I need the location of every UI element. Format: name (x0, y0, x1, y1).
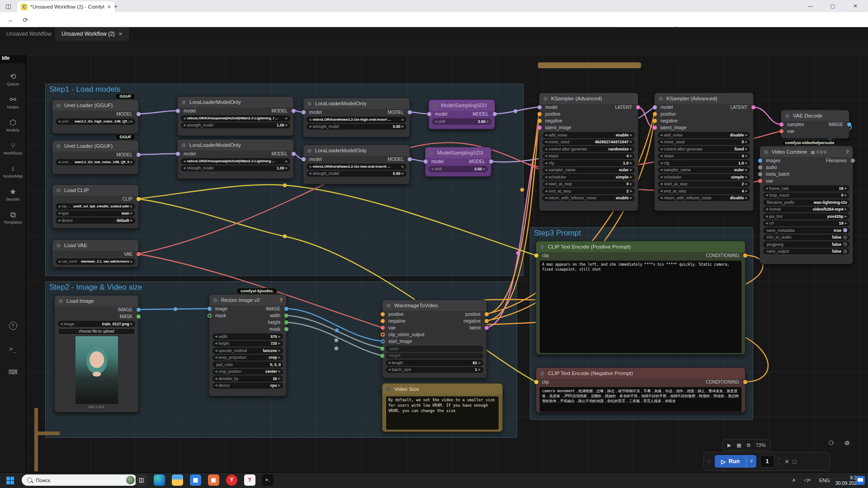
output-dot-MODEL[interactable] (493, 112, 497, 116)
language-indicator[interactable]: ENG (819, 472, 830, 488)
sidebar-item-nodesmap[interactable]: ♁NodesMap (0, 165, 26, 178)
arrow-left-icon[interactable]: ◀ (765, 215, 768, 218)
widget-batch-size[interactable]: ◀batch_size1▶ (386, 367, 483, 373)
widget-vae-name[interactable]: ◀vae_namewan\wan_2.1_vae.safetensors▶ (56, 258, 135, 265)
arrow-right-icon[interactable]: ▶ (630, 182, 632, 186)
node-help-icon[interactable]: ? (279, 295, 283, 305)
arrow-right-icon[interactable]: ▶ (479, 368, 481, 371)
input-dot-clip[interactable] (534, 253, 538, 258)
arrow-left-icon[interactable]: ◀ (545, 196, 547, 200)
node-titlebar[interactable]: CLIP Text Encode (Positive Prompt) (536, 241, 745, 252)
arrow-right-icon[interactable]: ▶ (630, 196, 632, 200)
arrow-left-icon[interactable]: ◀ (545, 140, 547, 144)
help-icon[interactable]: ? (0, 322, 26, 330)
widget-shift[interactable]: ◀shift3.50▶ (432, 118, 491, 125)
widget-save-output[interactable]: save_outputfalse (763, 249, 849, 255)
widget-frame-rate[interactable]: ◀frame_rate16▶ (763, 185, 849, 192)
widget-sampler-name[interactable]: ◀sampler_nameeuler▶ (542, 167, 635, 174)
arrow-left-icon[interactable]: ◀ (660, 154, 662, 158)
arrow-left-icon[interactable]: ◀ (215, 335, 217, 338)
widget-combo[interactable]: ◀videoLORA\oral\wan2.2-i2v-low-oral-inse… (307, 164, 406, 170)
film-icon[interactable]: ▦ (736, 442, 741, 448)
output-dot-MODEL[interactable] (137, 153, 141, 157)
output-dot-IMAGE[interactable] (137, 308, 141, 312)
output-dot-MODEL[interactable] (292, 109, 296, 113)
arrow-right-icon[interactable]: ▶ (745, 196, 748, 200)
widget-sampler-name[interactable]: ◀sampler_nameeuler▶ (658, 167, 750, 174)
input-dot-negative[interactable] (538, 119, 542, 123)
arrow-left-icon[interactable]: ◀ (765, 187, 768, 190)
output-dot-VAE[interactable] (137, 252, 141, 256)
arrow-left-icon[interactable]: ◀ (183, 123, 185, 127)
arrow-right-icon[interactable]: ▶ (845, 215, 847, 218)
output-dot-LATENT[interactable] (751, 105, 755, 109)
input-dot-negative[interactable] (653, 119, 657, 123)
sidebar-item-queue[interactable]: ⟲Queue (0, 73, 26, 86)
widget-scheduler[interactable]: ◀schedulersimple▶ (542, 174, 635, 180)
widget-save-metadata[interactable]: save_metadatatrue (763, 227, 849, 234)
input-dot-samples[interactable] (779, 122, 783, 127)
arrow-left-icon[interactable]: ◀ (388, 361, 390, 365)
stop-icon[interactable]: □ (793, 458, 797, 465)
node-lora-loader-3[interactable]: LoraLoaderModelOnlymodelMODEL◀videoLORA\… (303, 98, 410, 137)
input-dot-clip_vision_output[interactable] (381, 333, 385, 337)
input-dot-model[interactable] (427, 112, 431, 116)
input-dot-model[interactable] (653, 105, 657, 109)
widget-noise-seed[interactable]: ◀noise_seed0▶ (658, 139, 750, 145)
input-dot-mask[interactable] (208, 314, 212, 318)
widget-start-at-step[interactable]: ◀start_at_step0▶ (542, 181, 635, 188)
toggle-false[interactable] (843, 235, 847, 239)
widget-height[interactable]: ◀height720▶ (212, 341, 283, 347)
file-explorer-icon[interactable] (172, 474, 183, 486)
arrow-left-icon[interactable]: ◀ (215, 377, 217, 380)
input-dot-meta_batch[interactable] (758, 172, 762, 176)
arrow-right-icon[interactable]: ▶ (630, 133, 632, 137)
toggle-false[interactable] (843, 242, 847, 246)
output-dot-latent[interactable] (485, 326, 489, 330)
arrow-left-icon[interactable]: ◀ (545, 154, 547, 158)
arrow-right-icon[interactable]: ▶ (278, 384, 281, 387)
widget-cfg[interactable]: ◀cfg1.0▶ (542, 160, 635, 166)
arrow-right-icon[interactable]: ▶ (402, 125, 404, 128)
collapse-dot-icon[interactable] (659, 97, 663, 101)
output-dot-positive[interactable] (485, 312, 489, 316)
arrow-left-icon[interactable]: ◀ (309, 118, 311, 122)
task-view-icon[interactable]: ◫ (136, 474, 147, 486)
output-dot-CONDITIONING[interactable] (743, 253, 747, 258)
node-titlebar[interactable]: Video Size (382, 384, 502, 394)
input-dot-vae[interactable] (381, 326, 385, 330)
arrow-left-icon[interactable]: ◀ (215, 370, 217, 373)
node-model-sampling-2[interactable]: ModelSamplingSD3modelMODEL◀shift3.50▶ (425, 147, 491, 177)
node-lora-loader-4[interactable]: LoraLoaderModelOnlymodelMODEL◀videoLORA\… (303, 145, 410, 184)
arrow-left-icon[interactable]: ◀ (660, 140, 662, 144)
collapse-dot-icon[interactable] (387, 304, 391, 308)
arrow-left-icon[interactable]: ◀ (60, 322, 62, 326)
input-dot-vae[interactable] (779, 129, 783, 133)
widget-trim-to-audio[interactable]: trim_to_audiofalse (763, 235, 849, 241)
clear-queue-icon[interactable]: ✕ (784, 458, 789, 465)
arrow-right-icon[interactable]: ▶ (745, 168, 748, 172)
arrow-left-icon[interactable]: ◀ (434, 120, 437, 123)
input-dot-model[interactable] (424, 160, 428, 164)
output-dot-mask[interactable] (284, 327, 288, 331)
arrow-left-icon[interactable]: ◀ (765, 207, 768, 211)
node-video-combine[interactable]: Video Combine▦ ①②③?imagesFilenamesaudiom… (760, 146, 853, 264)
output-dot-width[interactable] (284, 314, 288, 318)
arrow-left-icon[interactable]: ◀ (660, 196, 662, 200)
image-preview[interactable] (75, 336, 118, 404)
arrow-left-icon[interactable]: ◀ (765, 221, 768, 225)
node-video-size-note[interactable]: Video SizeBy default, we set the video t… (382, 383, 503, 432)
widget-return-with-leftover-noise[interactable]: ◀return_with_leftover_noiseenable▶ (542, 195, 635, 202)
node-titlebar[interactable]: Video Combine▦ ①②③? (760, 146, 853, 157)
arrow-left-icon[interactable]: ◀ (545, 133, 547, 137)
workflow-tab-2[interactable]: Unsaved Workflow (2) ✕ (55, 27, 129, 42)
widget-height[interactable]: height (386, 353, 483, 359)
widget-cfg[interactable]: ◀cfg1.0▶ (658, 160, 750, 166)
arrow-left-icon[interactable]: ◀ (58, 205, 60, 208)
collapse-dot-icon[interactable] (429, 151, 434, 155)
arrow-right-icon[interactable]: ▶ (402, 165, 404, 169)
input-dot-latent_image[interactable] (653, 126, 657, 130)
widget-control-after-generate[interactable]: ◀control after generaterandomize▶ (542, 146, 635, 152)
input-dot-model[interactable] (302, 110, 306, 114)
arrow-left-icon[interactable]: ◀ (431, 167, 433, 171)
